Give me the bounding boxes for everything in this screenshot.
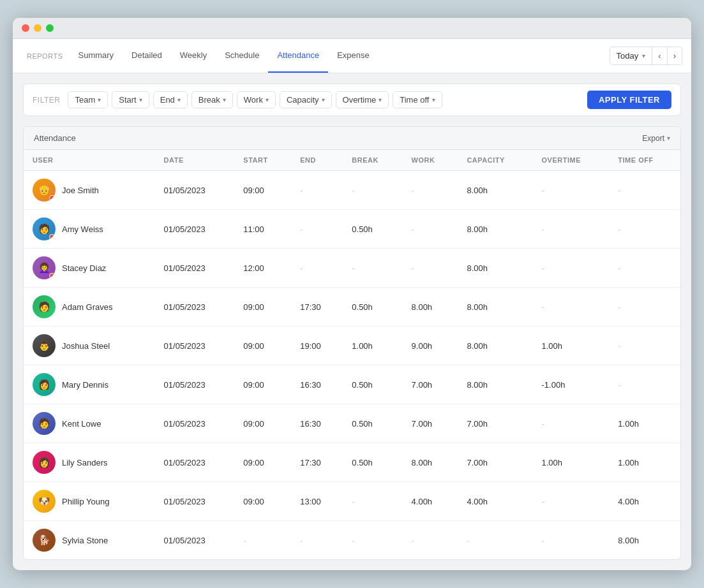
empty-value: - xyxy=(300,186,303,195)
date-label: Today xyxy=(617,51,639,61)
table-row: 🐶Phillip Young01/05/202309:0013:00-4.00h… xyxy=(24,482,680,521)
cell-overtime: 1.00h xyxy=(533,443,610,482)
cell-capacity: 8.00h xyxy=(458,327,532,365)
user-name: Stacey Diaz xyxy=(62,263,106,273)
cell-overtime: - xyxy=(533,288,610,327)
filter-btn-capacity[interactable]: Capacity▾ xyxy=(280,91,332,108)
start-chevron-icon: ▾ xyxy=(139,96,142,103)
avatar: 🧑 xyxy=(33,217,56,240)
nav-tab-expense[interactable]: Expense xyxy=(328,39,378,73)
cell-overtime: - xyxy=(533,210,610,249)
nav-tab-summary[interactable]: Summary xyxy=(69,39,123,73)
cell-start: 09:00 xyxy=(234,171,291,210)
filter-btn-end[interactable]: End▾ xyxy=(153,91,188,108)
cell-capacity: 8.00h xyxy=(458,288,532,327)
empty-value: - xyxy=(542,263,544,273)
cell-work: 8.00h xyxy=(403,443,458,482)
user-cell: 🧑Adam Graves xyxy=(24,288,155,327)
filter-btn-overtime[interactable]: Overtime▾ xyxy=(336,91,389,108)
avatar-image: 🧑 xyxy=(33,412,56,435)
avatar: 🐶 xyxy=(33,490,56,513)
status-indicator xyxy=(49,195,55,201)
cell-start: 11:00 xyxy=(234,210,291,249)
end-chevron-icon: ▾ xyxy=(177,96,181,103)
filter-btn-break[interactable]: Break▾ xyxy=(191,91,233,108)
filter-buttons: Team▾Start▾End▾Break▾Work▾Capacity▾Overt… xyxy=(68,91,442,108)
cell-timeoff: 1.00h xyxy=(609,443,680,482)
cell-start: 09:00 xyxy=(234,365,291,404)
avatar: 🧑 xyxy=(33,295,56,318)
timeoff-chevron-icon: ▾ xyxy=(432,96,435,103)
filter-btn-timeoff[interactable]: Time off▾ xyxy=(393,91,442,108)
nav-tab-detailed[interactable]: Detailed xyxy=(123,39,171,73)
avatar: 👩 xyxy=(33,451,56,474)
cell-work: - xyxy=(403,521,458,560)
nav-left: REPORTS SummaryDetailedWeeklyScheduleAtt… xyxy=(22,39,378,73)
avatar: 👩‍🦱 xyxy=(33,256,56,279)
user-name: Phillip Young xyxy=(62,497,109,506)
nav-tabs: SummaryDetailedWeeklyScheduleAttendanceE… xyxy=(69,39,378,73)
nav-tab-schedule[interactable]: Schedule xyxy=(216,39,268,73)
capacity-chevron-icon: ▾ xyxy=(322,96,325,103)
prev-date-button[interactable]: ‹ xyxy=(652,47,667,65)
col-start: START xyxy=(234,150,291,171)
filter-btn-start[interactable]: Start▾ xyxy=(112,91,149,108)
apply-filter-button[interactable]: APPLY FILTER xyxy=(587,91,671,109)
cell-date: 01/05/2023 xyxy=(155,443,235,482)
minimize-button[interactable] xyxy=(34,24,41,32)
user-cell: 🐕Sylvia Stone xyxy=(24,521,155,560)
titlebar xyxy=(13,18,691,39)
cell-break: - xyxy=(343,521,402,560)
empty-value: - xyxy=(412,224,414,234)
nav-tab-weekly[interactable]: Weekly xyxy=(171,39,216,73)
maximize-button[interactable] xyxy=(46,24,54,32)
cell-end: 16:30 xyxy=(291,404,343,443)
filter-btn-work[interactable]: Work▾ xyxy=(237,91,276,108)
user-cell: 👩Lily Sanders xyxy=(24,443,155,482)
date-select-button[interactable]: Today ▾ xyxy=(610,47,653,65)
cell-date: 01/05/2023 xyxy=(155,521,235,560)
next-date-button[interactable]: › xyxy=(668,47,682,65)
filter-label-break: Break xyxy=(198,95,220,105)
attendance-table: USERDATESTARTENDBREAKWORKCAPACITYOVERTIM… xyxy=(24,150,680,559)
filter-label-work: Work xyxy=(244,95,263,105)
table-row: 🧑Amy Weiss01/05/202311:00-0.50h-8.00h-- xyxy=(24,210,680,249)
table-row: 👨Joshua Steel01/05/202309:0019:001.00h9.… xyxy=(24,327,680,365)
col-overtime: OVERTIME xyxy=(533,150,610,171)
status-indicator xyxy=(49,273,55,279)
table-row: 👩‍🦱Stacey Diaz01/05/202312:00---8.00h-- xyxy=(24,249,680,288)
empty-value: - xyxy=(618,302,620,312)
empty-value: - xyxy=(412,186,414,195)
user-cell: 🧑Kent Lowe xyxy=(24,404,155,443)
cell-break: - xyxy=(343,171,402,210)
cell-timeoff: 8.00h xyxy=(609,521,680,560)
cell-break: 0.50h xyxy=(343,443,402,482)
date-navigation: Today ▾ ‹ › xyxy=(610,47,682,65)
table-body: 👴Joe Smith01/05/202309:00---8.00h--🧑Amy … xyxy=(24,171,680,560)
filter-label-start: Start xyxy=(119,95,136,105)
table-row: 🐕Sylvia Stone01/05/2023------8.00h xyxy=(24,521,680,560)
export-button[interactable]: Export ▾ xyxy=(642,134,670,143)
empty-value: - xyxy=(412,263,414,273)
cell-capacity: 8.00h xyxy=(458,171,532,210)
cell-overtime: - xyxy=(533,249,610,288)
cell-timeoff: - xyxy=(609,288,680,327)
filter-btn-team[interactable]: Team▾ xyxy=(68,91,108,108)
table-row: 👩Mary Dennis01/05/202309:0016:300.50h7.0… xyxy=(24,365,680,404)
nav-tab-attendance[interactable]: Attendance xyxy=(268,39,328,73)
user-name: Sylvia Stone xyxy=(62,536,108,545)
col-break: BREAK xyxy=(343,150,402,171)
user-name: Joshua Steel xyxy=(62,341,110,351)
close-button[interactable] xyxy=(22,24,29,32)
cell-date: 01/05/2023 xyxy=(155,404,235,443)
cell-overtime: - xyxy=(533,171,610,210)
status-indicator xyxy=(49,234,55,240)
team-chevron-icon: ▾ xyxy=(98,96,101,103)
reports-label: REPORTS xyxy=(22,52,68,60)
col-time-off: TIME OFF xyxy=(609,150,680,171)
work-chevron-icon: ▾ xyxy=(266,96,269,103)
avatar: 🧑 xyxy=(33,412,56,435)
user-name: Adam Graves xyxy=(62,302,112,312)
export-chevron-icon: ▾ xyxy=(667,135,670,142)
cell-capacity: - xyxy=(458,521,532,560)
